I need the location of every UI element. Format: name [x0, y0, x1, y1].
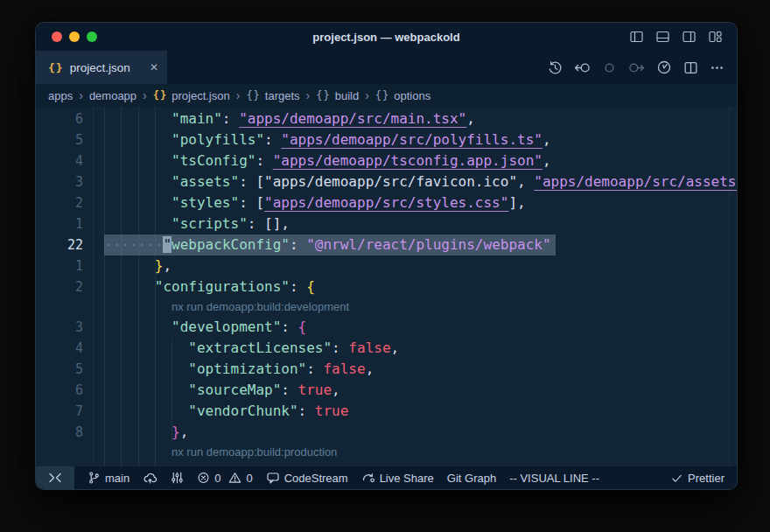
check-icon [670, 472, 683, 485]
tab-close-icon[interactable]: ✕ [150, 61, 158, 74]
code-token: "production" [172, 464, 273, 466]
arrow-left-circle-icon [574, 60, 591, 75]
toggle-panel-button[interactable] [655, 30, 670, 44]
line-text: "sourceMap": true, [104, 380, 737, 401]
code-token: } [172, 424, 180, 440]
code-line[interactable]: 9 "production": { [36, 462, 737, 466]
more-actions-button[interactable] [710, 60, 724, 75]
breadcrumb-item-demoapp[interactable]: demoapp [89, 89, 136, 102]
vscode-window: project.json — webpackold {} pr [35, 22, 738, 490]
line-text: "vendorChunk": true [104, 401, 737, 422]
warnings-icon [228, 471, 242, 485]
git-graph-status[interactable]: Git Graph [447, 472, 496, 485]
prettier-label: Prettier [688, 472, 724, 485]
code-line[interactable]: 7 "vendorChunk": true [36, 401, 737, 422]
codestream-status[interactable]: CodeStream [266, 471, 348, 485]
live-share-icon [361, 471, 375, 485]
prettier-status[interactable]: Prettier [670, 472, 724, 485]
line-text: }, [104, 422, 737, 443]
code-line[interactable]: 1 }, [36, 256, 737, 276]
code-token [104, 257, 155, 274]
line-number: 9 [36, 462, 104, 466]
line-number: 8 [36, 422, 104, 443]
code-line[interactable]: 4 "extractLicenses": false, [36, 338, 737, 359]
customize-layout-button[interactable] [708, 30, 723, 44]
code-line[interactable]: 5 "polyfills": "apps/demoapp/src/polyfil… [36, 130, 737, 150]
code-token: "apps/demoapp/src/favicon.ico" [264, 173, 517, 190]
editor-actions [548, 51, 737, 84]
live-share-status[interactable]: Live Share [361, 471, 434, 485]
code-token: "scripts" [172, 215, 248, 232]
visual-line-selection: ·······"webpackConfig": "@nrwl/react/plu… [104, 234, 556, 256]
minimize-window-button[interactable] [69, 32, 80, 42]
live-share-label: Live Share [380, 472, 434, 485]
code-line[interactable]: 6 "sourceMap": true, [36, 380, 737, 401]
code-token: "apps/demoapp/src/styles.css" [264, 194, 508, 211]
code-token: : [298, 402, 315, 419]
breadcrumb-label: options [394, 89, 430, 102]
line-number: 1 [36, 256, 104, 276]
code-line[interactable]: 5 "optimization": false, [36, 359, 737, 380]
codelens-line[interactable]: nx run demoapp:build:development [36, 298, 737, 317]
problems-status[interactable]: 0 0 [197, 471, 252, 485]
timeline-history-button[interactable] [548, 60, 563, 75]
code-line[interactable]: 4 "tsConfig": "apps/demoapp/tsconfig.app… [36, 150, 737, 172]
navigate-back-button[interactable] [574, 60, 591, 75]
code-line[interactable]: 1 "scripts": [], [36, 214, 737, 234]
line-number: 22 [36, 234, 104, 256]
code-token: : [281, 382, 298, 398]
code-token [104, 464, 172, 466]
code-line[interactable]: 3 "development": { [36, 317, 737, 338]
breadcrumb-item-targets[interactable]: {} targets [246, 89, 299, 102]
code-line[interactable]: 3 "assets": ["apps/demoapp/src/favicon.i… [36, 172, 737, 192]
code-token: : [ [239, 194, 264, 211]
line-text: "scripts": [], [104, 214, 737, 234]
tab-project-json[interactable]: {} project.json ✕ [36, 51, 167, 84]
extension-settings-status[interactable] [171, 471, 184, 485]
codelens-line[interactable]: nx run demoapp:build:production [36, 443, 737, 462]
line-text: "extractLicenses": false, [104, 338, 737, 359]
line-number: 7 [36, 401, 104, 422]
remote-icon [48, 471, 62, 485]
code-line[interactable]: 6 "main": "apps/demoapp/src/main.tsx", [36, 108, 737, 130]
arrow-right-circle-icon [628, 60, 645, 75]
breadcrumb-item-project-json[interactable]: {} project.json [153, 89, 230, 102]
toggle-sidebar-button[interactable] [629, 30, 644, 44]
code-token: "sourceMap" [188, 382, 281, 398]
code-line[interactable]: 8 }, [36, 422, 737, 443]
zoom-window-button[interactable] [87, 32, 97, 42]
code-line[interactable]: 2 "configurations": { [36, 276, 737, 298]
code-editor[interactable]: 6 "main": "apps/demoapp/src/main.tsx",5 … [36, 107, 737, 466]
code-token: , [391, 340, 400, 356]
remote-indicator[interactable] [36, 466, 74, 489]
code-line[interactable]: 22·······"webpackConfig": "@nrwl/react/p… [36, 234, 737, 256]
git-branch-status[interactable]: main [88, 471, 130, 485]
run-task-button[interactable] [656, 60, 672, 75]
code-token: webpackConfig" [172, 236, 290, 253]
run-circle-icon [656, 60, 672, 75]
code-token: : [222, 110, 239, 127]
code-token [104, 194, 172, 211]
line-number: 6 [36, 108, 104, 130]
breadcrumb-item-options[interactable]: {} options [375, 89, 430, 102]
code-token [104, 110, 172, 127]
code-token: "vendorChunk" [188, 402, 298, 419]
navigate-circle-button[interactable] [602, 60, 617, 75]
vim-mode-indicator[interactable]: -- VISUAL LINE -- [509, 472, 599, 485]
split-editor-button[interactable] [683, 60, 698, 75]
breadcrumb-label: targets [265, 89, 300, 102]
code-token: { [298, 318, 307, 335]
breadcrumb: apps › demoapp › {} project.json › {} ta… [36, 84, 737, 107]
navigate-forward-button[interactable] [628, 60, 645, 75]
line-text: "configurations": { [104, 276, 737, 298]
code-token: { [290, 464, 298, 466]
code-token: nx run demoapp:build:development [172, 300, 349, 313]
line-number [36, 298, 104, 317]
breadcrumb-item-build[interactable]: {} build [316, 89, 359, 102]
breadcrumb-item-apps[interactable]: apps [48, 89, 73, 102]
toggle-secondary-sidebar-button[interactable] [682, 30, 696, 44]
sync-status[interactable] [143, 471, 158, 485]
close-window-button[interactable] [52, 32, 62, 42]
line-number: 3 [36, 172, 104, 192]
code-line[interactable]: 2 "styles": ["apps/demoapp/src/styles.cs… [36, 192, 737, 214]
